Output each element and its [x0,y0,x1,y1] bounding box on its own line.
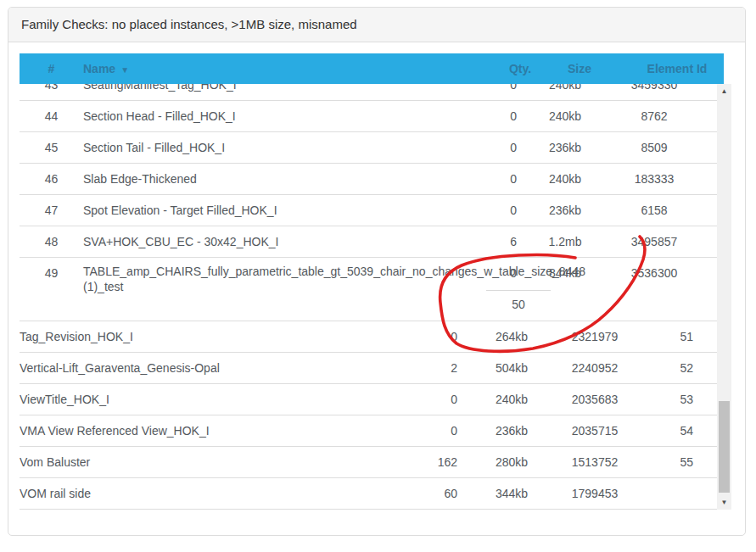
cell-element-id: 2035715 [566,415,624,446]
cell-size: 344kb [457,478,566,509]
cell-element-id: 3495857 [613,226,695,257]
cell-size: 280kb [457,447,566,477]
cell-size: 264kb [457,321,566,352]
rows-section-bottom: Tag_Revision_HOK_I0264kb232197951Vertica… [20,321,717,510]
family-checks-table: # Name▼ Qty. Size Element Id 43SeatingMa… [20,53,738,510]
sort-desc-icon: ▼ [120,65,129,75]
column-header-name[interactable]: Name▼ [83,53,253,84]
cell-name: Slab Edge-Thickened [83,164,473,194]
scroll-up-icon[interactable]: ▲ [717,84,731,98]
cell-name: SeatingManifest_Tag_HOK_I [83,84,473,100]
cell-size: 504kb [457,353,566,383]
table-row: Vom Baluster162280kb151375255 [20,447,717,478]
cell-num: 46 [20,164,83,194]
family-checks-panel: Family Checks: no placed instances, >1MB… [8,7,746,536]
cell-qty: 6 [473,226,517,257]
orphan-row-number-cell: 50 [486,290,551,310]
cell-name: VMA View Referenced View_HOK_I [20,415,401,446]
column-header-name-label: Name [83,62,115,75]
table-row: ViewTitle_HOK_I0240kb203568353 [20,384,717,415]
cell-qty: 0 [473,132,517,163]
table-row-49-glitched: 49 TABLE_amp_CHAIRS_fully_parametric_tab… [20,258,717,321]
cell-name: VOM rail side [20,478,401,509]
cell-size: 240kb [517,101,613,131]
column-header-num[interactable]: # [20,53,83,84]
table-row: Vertical-Lift_Garaventa_Genesis-Opal2504… [20,353,717,384]
scroll-down-icon[interactable]: ▼ [717,495,731,510]
cell-num: 48 [20,226,83,257]
table-row: 45Section Tail - Filled_HOK_I0236kb8509 [20,132,717,164]
table-row: VMA View Referenced View_HOK_I0236kb2035… [20,415,717,447]
cell-size: 240kb [457,384,566,415]
cell-size: 236kb [457,415,566,446]
cell-element-id: 3536300 [613,258,695,288]
rows-section-top: 43SeatingManifest_Tag_HOK_I0240kb3459330… [20,84,717,258]
cell-size: 240kb [517,84,613,100]
table-row: Tag_Revision_HOK_I0264kb232197951 [20,321,717,353]
panel-title: Family Checks: no placed instances, >1MB… [21,17,357,31]
cell-qty: 0 [473,164,517,194]
table-row: 47Spot Elevation - Target Filled_HOK_I02… [20,195,717,226]
panel-heading: Family Checks: no placed instances, >1MB… [8,8,745,42]
cell-num: 45 [20,132,83,163]
cell-qty: 0 [473,258,517,288]
vertical-scrollbar[interactable]: ▲ ▼ [717,84,731,510]
table-scroll-viewport[interactable]: 43SeatingManifest_Tag_HOK_I0240kb3459330… [20,84,717,510]
cell-num: 54 [624,415,717,446]
table-row: 48SVA+HOK_CBU_EC - 30x42_HOK_I61.2mb3495… [20,226,717,258]
cell-num: 47 [20,195,83,226]
cell-element-id: 2240952 [566,353,624,383]
column-header-element-id[interactable]: Element Id [613,53,741,84]
cell-element-id: 8509 [613,132,695,163]
cell-size: 240kb [517,164,613,194]
cell-num: 53 [624,384,717,415]
table-header-row: # Name▼ Qty. Size Element Id [20,53,724,84]
cell-qty: 60 [401,478,457,509]
cell-name: Section Tail - Filled_HOK_I [83,132,473,163]
cell-num: 43 [20,84,83,100]
cell-num: 51 [624,321,717,352]
cell-name: SVA+HOK_CBU_EC - 30x42_HOK_I [83,226,473,257]
cell-num: 52 [624,353,717,383]
cell-element-id: 3459330 [613,84,695,100]
cell-size: 1.2mb [517,226,613,257]
cell-element-id: 1799453 [566,478,624,509]
cell-size: 236kb [517,132,613,163]
cell-qty: 0 [473,101,517,131]
cell-size: 236kb [517,195,613,226]
cell-qty: 0 [473,84,517,100]
cell-name: Vom Baluster [20,447,401,477]
cell-element-id: 183333 [613,164,695,194]
cell-element-id: 1513752 [566,447,624,477]
cell-element-id: 6158 [613,195,695,226]
table-row: VOM rail side60344kb1799453 [20,478,717,510]
scrollbar-thumb[interactable] [719,401,730,493]
cell-num [624,478,717,509]
table-row: 46Slab Edge-Thickened0240kb183333 [20,164,717,195]
cell-name: Tag_Revision_HOK_I [20,321,401,352]
cell-size: 844kb [517,258,613,288]
cell-num: 55 [624,447,717,477]
cell-num: 49 [20,258,83,288]
cell-qty: 0 [401,415,457,446]
cell-num: 44 [20,101,83,131]
table-row: 44Section Head - Filled_HOK_I0240kb8762 [20,101,717,132]
cell-element-id: 8762 [613,101,695,131]
cell-element-id: 2321979 [566,321,624,352]
cell-name: ViewTitle_HOK_I [20,384,401,415]
cell-name: Spot Elevation - Target Filled_HOK_I [83,195,473,226]
table-row: 43SeatingManifest_Tag_HOK_I0240kb3459330 [20,84,717,101]
cell-element-id: 2035683 [566,384,624,415]
cell-qty: 0 [401,384,457,415]
cell-name: Section Head - Filled_HOK_I [83,101,473,131]
cell-qty: 162 [401,447,457,477]
cell-qty: 0 [473,195,517,226]
column-header-size[interactable]: Size [537,53,622,84]
cell-name: Vertical-Lift_Garaventa_Genesis-Opal [20,353,401,383]
cell-name-line2: (1)_test [83,281,123,293]
cell-qty: 0 [401,321,457,352]
cell-qty: 2 [401,353,457,383]
